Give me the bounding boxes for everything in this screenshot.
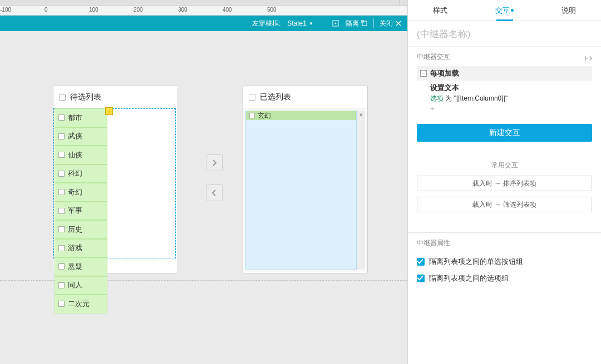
repeater-item[interactable]: 二次元 xyxy=(55,295,107,313)
link-icon[interactable] xyxy=(584,54,592,64)
checkbox-checked-icon[interactable] xyxy=(417,275,425,282)
chevron-down-icon: ▼ xyxy=(309,21,313,26)
checkbox-icon[interactable] xyxy=(58,301,65,307)
prop-isolate-radio-label: 隔离列表项之间的单选按钮组 xyxy=(429,257,523,267)
separator xyxy=(373,18,374,28)
action-name[interactable]: 设置文本 xyxy=(430,83,592,93)
inspector-tabs: 样式 交互 说明 xyxy=(408,0,601,21)
checkbox-icon[interactable] xyxy=(58,189,65,195)
checkbox-icon[interactable] xyxy=(249,113,255,118)
checkbox-icon[interactable] xyxy=(58,114,65,121)
section-interactions-title: 中继器交互 xyxy=(417,52,450,62)
checkbox-icon[interactable] xyxy=(249,94,255,101)
repeater-item[interactable]: 奇幻 xyxy=(55,183,107,202)
suggestion-filter-label: 载入时 → 筛选列表项 xyxy=(472,200,536,210)
tab-notes-label: 说明 xyxy=(561,6,576,16)
canvas-area: ▼ -1000100200300400500 左穿梭框: State1 ▼ 隔离… xyxy=(0,0,407,364)
repeater-item-label: 历史 xyxy=(68,225,82,235)
event-header[interactable]: − 每项加载 xyxy=(417,66,592,81)
checkbox-icon[interactable] xyxy=(58,226,65,232)
panel-name-label: 左穿梭框: xyxy=(252,19,280,28)
repeater-item[interactable]: 科幻 xyxy=(55,164,107,183)
checkbox-icon[interactable] xyxy=(58,245,65,251)
repeater-item[interactable]: 历史 xyxy=(55,220,107,239)
tab-style-label: 样式 xyxy=(433,6,447,16)
option-label: 选项 xyxy=(430,94,444,102)
section-props-title: 中继器属性 xyxy=(417,238,592,248)
panel-right-body: 玄幻 ▲ xyxy=(243,108,367,272)
interaction-indicator-icon[interactable]: ⚡ xyxy=(105,107,113,115)
repeater-item[interactable]: 都市 xyxy=(55,108,107,127)
inspector-panel: 样式 交互 说明 (中继器名称) 中继器交互 − 每项加载 设置文本 选项 为 … xyxy=(407,0,601,364)
svg-rect-2 xyxy=(362,21,367,26)
repeater[interactable]: ⚡ 都市武侠仙侠科幻奇幻军事历史游戏悬疑同人二次元 xyxy=(55,108,107,313)
repeater-item[interactable]: 仙侠 xyxy=(55,146,107,164)
checkbox-icon[interactable] xyxy=(58,171,65,177)
checkbox-icon[interactable] xyxy=(58,133,65,139)
repeater-item-label: 仙侠 xyxy=(68,150,82,160)
checkbox-checked-icon[interactable] xyxy=(417,258,425,266)
checkbox-icon[interactable] xyxy=(58,282,65,288)
widget-name-row[interactable]: (中继器名称) xyxy=(408,21,601,47)
repeater-item[interactable]: 游戏 xyxy=(55,239,107,258)
suggestion-sort-label: 载入时 → 排序列表项 xyxy=(472,179,536,188)
action-detail[interactable]: 选项 为 "[[Item.Column0]]" xyxy=(430,94,592,103)
tab-notes[interactable]: 说明 xyxy=(536,0,601,21)
panel-left-header: 待选列表 xyxy=(53,86,178,108)
tab-interaction[interactable]: 交互 xyxy=(472,0,537,21)
option-text: 为 "[[Item.Column0]]" xyxy=(444,94,508,102)
panel-left-title: 待选列表 xyxy=(70,92,101,102)
listbox-item[interactable]: 玄幻 xyxy=(246,111,356,120)
state-label: State1 xyxy=(287,19,307,27)
close-button[interactable]: 关闭 xyxy=(380,19,402,28)
ruler-horizontal: -1000100200300400500 xyxy=(0,6,407,16)
scrollbar-horizontal[interactable]: ▼ xyxy=(0,0,407,6)
repeater-item[interactable]: 同人 xyxy=(55,276,107,295)
close-label: 关闭 xyxy=(380,19,393,28)
tab-style[interactable]: 样式 xyxy=(408,0,472,21)
event-name: 每项加载 xyxy=(430,68,459,78)
scroll-up-icon[interactable]: ▲ xyxy=(357,111,365,118)
event-block[interactable]: − 每项加载 设置文本 选项 为 "[[Item.Column0]]" + xyxy=(417,66,592,113)
repeater-item-label: 悬疑 xyxy=(68,262,82,272)
prop-isolate-radio[interactable]: 隔离列表项之间的单选按钮组 xyxy=(408,253,601,270)
suggestion-filter[interactable]: 载入时 → 筛选列表项 xyxy=(417,197,592,212)
repeater-item-label: 奇幻 xyxy=(68,187,82,197)
prop-isolate-option-label: 隔离列表项之间的选项组 xyxy=(429,273,509,283)
listbox[interactable]: 玄幻 xyxy=(245,111,357,270)
add-action-button[interactable]: + xyxy=(430,104,592,113)
prop-isolate-option[interactable]: 隔离列表项之间的选项组 xyxy=(408,270,601,287)
panel-right[interactable]: 已选列表 玄幻 ▲ xyxy=(243,86,368,273)
new-interaction-label: 新建交互 xyxy=(489,128,520,138)
fit-icon[interactable] xyxy=(332,20,339,27)
editing-canvas[interactable]: 待选列表 ⚡ 都市武侠仙侠科幻奇幻军事历史游戏悬疑同人二次元 已选列表 玄幻 xyxy=(0,31,407,364)
scroll-dropdown-icon[interactable]: ▼ xyxy=(402,1,406,4)
checkbox-icon[interactable] xyxy=(58,152,65,158)
repeater-item-label: 都市 xyxy=(68,113,82,123)
panel-left[interactable]: 待选列表 ⚡ 都市武侠仙侠科幻奇幻军事历史游戏悬疑同人二次元 xyxy=(53,86,178,273)
listbox-item-label: 玄幻 xyxy=(258,111,271,121)
state-dropdown[interactable]: State1 ▼ xyxy=(287,19,313,27)
checkbox-icon[interactable] xyxy=(58,208,65,214)
repeater-item-label: 军事 xyxy=(68,206,82,216)
isolate-label: 隔离 xyxy=(346,19,359,28)
widget-name-placeholder: (中继器名称) xyxy=(417,29,470,39)
checkbox-icon[interactable] xyxy=(58,263,65,270)
isolate-button[interactable]: 隔离 xyxy=(346,19,368,28)
collapse-icon[interactable]: − xyxy=(420,70,427,77)
tab-interaction-label: 交互 xyxy=(495,6,510,16)
new-interaction-button[interactable]: 新建交互 xyxy=(417,124,592,142)
svg-point-1 xyxy=(335,23,337,24)
repeater-item[interactable]: 悬疑 xyxy=(55,257,107,276)
repeater-item-label: 科幻 xyxy=(68,168,82,178)
repeater-item[interactable]: 武侠 xyxy=(55,127,107,146)
checkbox-icon[interactable] xyxy=(59,94,66,101)
repeater-item[interactable]: 军事 xyxy=(55,202,107,221)
scrollbar-vertical[interactable]: ▲ xyxy=(357,111,365,270)
move-right-button[interactable] xyxy=(206,154,223,171)
repeater-item-label: 游戏 xyxy=(68,243,82,253)
move-left-button[interactable] xyxy=(206,185,223,201)
repeater-item-label: 二次元 xyxy=(68,299,90,309)
repeater-item-label: 同人 xyxy=(68,280,82,290)
suggestion-sort[interactable]: 载入时 → 排序列表项 xyxy=(417,176,592,191)
